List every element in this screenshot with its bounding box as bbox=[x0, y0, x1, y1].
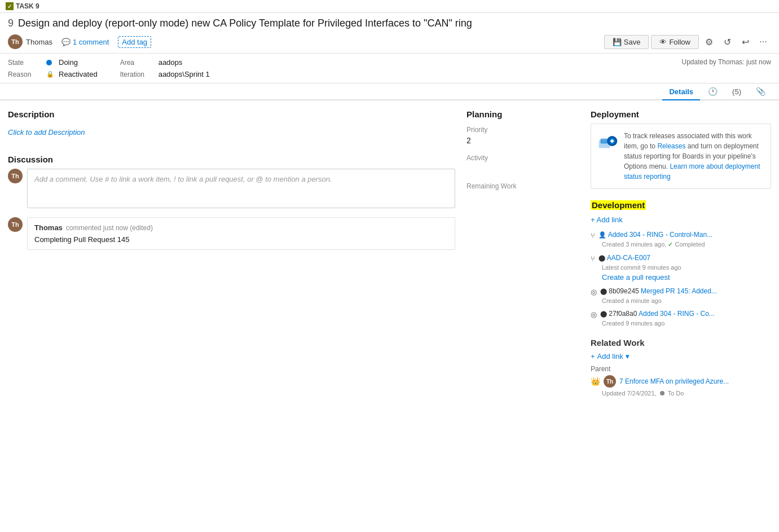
dev-item-pr-row: ⑂ 👤 Added 304 - RING - Control-Man... bbox=[591, 231, 771, 240]
undo-button[interactable]: ↩ bbox=[737, 34, 753, 50]
dev-item-commit-2-meta: Created 9 minutes ago bbox=[602, 320, 771, 327]
tab-links[interactable]: (5) bbox=[725, 84, 748, 100]
meta-col-1: State Doing Reason 🔒 Reactivated bbox=[8, 58, 98, 78]
discussion-section: Discussion Th Add a comment. Use # to li… bbox=[8, 155, 455, 250]
description-title: Description bbox=[8, 109, 455, 119]
iteration-item[interactable]: Iteration aadops\Sprint 1 bbox=[120, 70, 210, 78]
comment-input[interactable]: Add a comment. Use # to link a work item… bbox=[27, 169, 455, 208]
area-item[interactable]: Area aadops bbox=[120, 58, 210, 67]
current-user-avatar: Th bbox=[8, 169, 23, 183]
state-item[interactable]: State Doing bbox=[8, 58, 98, 67]
tab-attachments[interactable]: 📎 bbox=[750, 83, 771, 99]
remaining-work-field: Remaining Work bbox=[466, 182, 579, 201]
activity-value[interactable] bbox=[466, 164, 579, 173]
dev-item-branch: ⑂ ⬤ AAD-CA-E007 Latest commit 9 minutes … bbox=[591, 254, 771, 282]
reason-item[interactable]: Reason 🔒 Reactivated bbox=[8, 70, 98, 78]
parent-item: 👑 Th 7 Enforce MFA on privileged Azure..… bbox=[591, 375, 771, 388]
remaining-work-value[interactable] bbox=[466, 192, 579, 201]
dev-item-commit-2: ◎ ⬤ 27f0a8a0 Added 304 - RING - Co... Cr… bbox=[591, 310, 771, 327]
development-section: Development + Add link ⑂ 👤 Added 304 - R… bbox=[591, 200, 771, 327]
parent-label: Parent bbox=[591, 365, 771, 373]
learn-more-link[interactable]: Learn more about deployment status repor… bbox=[624, 162, 760, 181]
activity-label: Activity bbox=[466, 154, 579, 162]
crown-icon: 👑 bbox=[591, 377, 600, 386]
top-bar: TASK 9 bbox=[0, 0, 779, 13]
state-label: State bbox=[8, 59, 42, 67]
dev-item-commit-2-row: ◎ ⬤ 27f0a8a0 Added 304 - RING - Co... bbox=[591, 310, 771, 319]
branch-icon: ⑂ bbox=[591, 254, 595, 263]
parent-link[interactable]: 7 Enforce MFA on privileged Azure... bbox=[619, 377, 729, 385]
deploy-icon bbox=[598, 131, 618, 151]
deployment-text: To track releases associated with this w… bbox=[624, 131, 764, 182]
tab-history[interactable]: 🕐 bbox=[702, 83, 723, 99]
dev-add-link-button[interactable]: + Add link bbox=[591, 216, 771, 224]
meta-col-2: Area aadops Iteration aadops\Sprint 1 bbox=[120, 58, 210, 78]
author-row: Th Thomas 💬 1 comment Add tag 💾 Save 👁 F… bbox=[0, 32, 779, 54]
state-value: Doing bbox=[59, 58, 78, 67]
settings-button[interactable]: ⚙ bbox=[701, 34, 717, 50]
branch-avatar: ⬤ bbox=[598, 254, 605, 261]
dev-item-commit-1-meta: Created a minute ago bbox=[602, 297, 771, 304]
related-work-title: Related Work bbox=[591, 338, 771, 348]
deployment-title: Deployment bbox=[591, 109, 771, 119]
task-badge: TASK 9 bbox=[6, 2, 39, 10]
meta-row: State Doing Reason 🔒 Reactivated Area aa… bbox=[0, 54, 779, 83]
right-column: Deployment To track releases associated … bbox=[591, 109, 771, 397]
development-title-wrapper: Development bbox=[591, 200, 771, 210]
dev-item-commit-1-row: ◎ ⬤ 8b09e245 Merged PR 145: Added... bbox=[591, 287, 771, 296]
discussion-title: Discussion bbox=[8, 155, 455, 164]
comment-item: Th Thomas commented just now (edited) Co… bbox=[8, 217, 455, 250]
dev-item-pr-content: 👤 Added 304 - RING - Control-Man... bbox=[598, 231, 712, 239]
pr-link[interactable]: Added 304 - RING - Control-Man... bbox=[608, 231, 712, 239]
area-label: Area bbox=[120, 59, 154, 67]
releases-link[interactable]: Releases bbox=[657, 142, 685, 150]
commit2-link[interactable]: Added 304 - RING - Co... bbox=[639, 310, 715, 318]
author-info: Th Thomas bbox=[8, 34, 52, 49]
commit2-avatar: ⬤ bbox=[600, 310, 607, 317]
refresh-button[interactable]: ↺ bbox=[719, 34, 735, 50]
author-name: Thomas bbox=[26, 38, 52, 46]
planning-title: Planning bbox=[466, 109, 579, 119]
task-checkbox-icon bbox=[6, 2, 14, 10]
description-placeholder[interactable]: Click to add Description bbox=[8, 124, 455, 141]
pr-icon: ⑂ bbox=[591, 231, 595, 240]
comment-link[interactable]: 💬 1 comment bbox=[61, 38, 109, 46]
commit1-avatar: ⬤ bbox=[600, 288, 607, 294]
lock-icon: 🔒 bbox=[46, 71, 54, 78]
dev-item-commit-2-content: ⬤ 27f0a8a0 Added 304 - RING - Co... bbox=[600, 310, 715, 318]
plus-icon: + bbox=[591, 352, 595, 360]
status-dot bbox=[660, 391, 664, 395]
priority-field: Priority 2 bbox=[466, 126, 579, 145]
dev-item-branch-row: ⑂ ⬤ AAD-CA-E007 bbox=[591, 254, 771, 263]
commit-icon-1: ◎ bbox=[591, 288, 597, 296]
related-add-link-button[interactable]: + Add link ▾ bbox=[591, 352, 771, 360]
comment-icon: 💬 bbox=[61, 38, 71, 46]
add-tag-button[interactable]: Add tag bbox=[118, 36, 151, 48]
more-button[interactable]: ··· bbox=[755, 34, 771, 50]
development-title: Development bbox=[591, 200, 646, 210]
comment-body: Thomas commented just now (edited) Compl… bbox=[27, 217, 455, 250]
priority-value[interactable]: 2 bbox=[466, 136, 579, 145]
parent-meta: Updated 7/24/2021, To Do bbox=[602, 390, 771, 397]
parent-avatar: Th bbox=[604, 375, 616, 388]
dev-item-branch-meta: Latest commit 9 minutes ago bbox=[602, 264, 771, 271]
task-id: TASK 9 bbox=[16, 2, 39, 10]
dev-item-commit-1-content: ⬤ 8b09e245 Merged PR 145: Added... bbox=[600, 287, 717, 295]
comment-input-row: Th Add a comment. Use # to link a work i… bbox=[8, 169, 455, 208]
create-pr-sub: Create a pull request bbox=[602, 273, 771, 282]
parent-updated: Updated 7/24/2021, bbox=[602, 390, 657, 397]
save-button[interactable]: 💾 Save bbox=[604, 35, 649, 49]
commit1-link[interactable]: Merged PR 145: Added... bbox=[641, 287, 717, 295]
branch-link[interactable]: AAD-CA-E007 bbox=[607, 254, 650, 262]
parent-status: To Do bbox=[668, 390, 684, 397]
comment-text: Completing Pull Request 145 bbox=[34, 235, 448, 244]
create-pr-link[interactable]: Create a pull request bbox=[602, 273, 670, 282]
reason-label: Reason bbox=[8, 71, 42, 78]
pr-avatar-small: 👤 bbox=[598, 231, 606, 238]
tab-details[interactable]: Details bbox=[662, 84, 700, 100]
follow-button[interactable]: 👁 Follow bbox=[651, 35, 699, 49]
tabs-row: Details 🕐 (5) 📎 bbox=[0, 83, 779, 100]
related-work-section: Related Work + Add link ▾ Parent 👑 Th 7 … bbox=[591, 338, 771, 397]
save-icon: 💾 bbox=[613, 38, 622, 46]
title-row: 9 Design and deploy (report-only mode) n… bbox=[0, 13, 779, 32]
